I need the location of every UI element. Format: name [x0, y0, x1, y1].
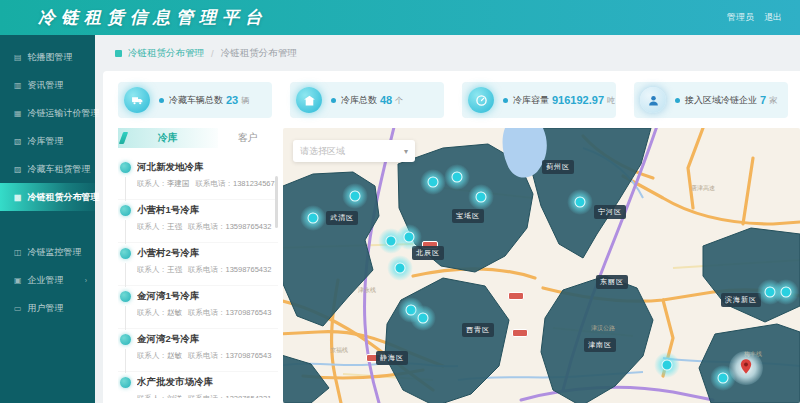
contact-value: 李建国 — [167, 179, 190, 188]
chevron-right-icon: › — [85, 277, 87, 284]
list-item-1[interactable]: 河北新发地冷库联系人：李建国联系电话：13812345678 — [118, 157, 278, 200]
stat-card-3[interactable]: 冷库容量916192.97吨 — [462, 82, 616, 118]
sidebar-item-5[interactable]: ▨冷藏车租赁管理 — [0, 155, 95, 183]
stat-dot-icon — [159, 98, 164, 103]
district-label: 北辰区 — [412, 246, 444, 260]
map-marker-3[interactable] — [420, 169, 446, 195]
sidebar-item-label: 企业管理 — [28, 274, 64, 287]
stat-card-4[interactable]: 接入区域冷链企业7家 — [634, 82, 788, 118]
logout-link[interactable]: 退出 — [764, 11, 782, 24]
sidebar-item-8[interactable]: ▣企业管理› — [0, 266, 95, 294]
list-item-5[interactable]: 金河湾2号冷库联系人：赵敏联系电话：13709876543 — [118, 329, 278, 372]
phone-label: 联系电话： — [188, 308, 226, 317]
list-scrollbar[interactable] — [275, 176, 278, 228]
timeline-connector — [125, 306, 126, 330]
warehouse-dot-icon — [120, 205, 131, 216]
selected-marker-pin[interactable] — [729, 351, 763, 385]
menu-icon: ▤ — [14, 53, 22, 62]
sidebar-item-label: 冷藏车租赁管理 — [28, 163, 91, 176]
tab-active-marker — [119, 132, 128, 144]
tab-1[interactable]: 冷库 — [118, 128, 218, 148]
sidebar-item-label: 冷链租赁分布管理 — [28, 191, 100, 204]
road-name-label: 唐津高速 — [691, 184, 715, 193]
tab-label: 冷库 — [158, 131, 178, 145]
map-marker-15[interactable] — [773, 279, 799, 305]
warehouse-dot-icon — [120, 248, 131, 259]
username-label: 管理员 — [727, 11, 754, 24]
district-label: 津南区 — [584, 338, 616, 352]
stat-dot-icon — [675, 98, 680, 103]
map-marker-1[interactable] — [300, 205, 326, 231]
stat-value: 7 — [760, 94, 766, 106]
list-item-title: 小营村2号冷库 — [137, 243, 278, 260]
menu-icon: ◫ — [14, 248, 22, 257]
phone-label: 联系电话： — [188, 222, 226, 231]
map-marker-11[interactable] — [410, 305, 436, 331]
menu-icon: ▭ — [14, 304, 22, 313]
timeline-connector — [125, 349, 126, 373]
tab-2[interactable]: 客户 — [218, 128, 278, 148]
map-marker-7[interactable] — [396, 224, 422, 250]
stat-unit: 吨 — [607, 95, 615, 106]
sidebar-item-label: 冷库管理 — [28, 135, 64, 148]
district-label: 滨海新区 — [721, 293, 761, 307]
district-label: 静海区 — [376, 351, 408, 365]
stat-unit: 家 — [769, 95, 777, 106]
stat-label: 冷库容量 — [513, 94, 549, 107]
map-marker-4[interactable] — [444, 164, 470, 190]
stat-card-1[interactable]: 冷藏车辆总数23辆 — [118, 82, 272, 118]
contact-value: 王强 — [167, 265, 182, 274]
sidebar-item-7[interactable]: ◫冷链监控管理 — [0, 238, 95, 266]
breadcrumb-root[interactable]: 冷链租赁分布管理 — [128, 47, 204, 60]
stat-card-2[interactable]: 冷库总数48个 — [290, 82, 444, 118]
stat-unit: 辆 — [241, 95, 249, 106]
map-marker-2[interactable] — [342, 183, 368, 209]
warehouse-dot-icon — [120, 291, 131, 302]
sidebar-item-3[interactable]: ▦冷链运输计价管理 — [0, 99, 95, 127]
map-marker-12[interactable] — [654, 352, 680, 378]
phone-value: 13287654321 — [226, 394, 272, 398]
list-item-2[interactable]: 小营村1号冷库联系人：王强联系电话：13598765432 — [118, 200, 278, 243]
road-name-label: 津永线 — [358, 286, 376, 295]
menu-icon: ▣ — [14, 276, 22, 285]
timeline-connector — [125, 177, 126, 201]
list-tabs: 冷库客户 — [118, 128, 278, 148]
sidebar-item-6[interactable]: ▩冷链租赁分布管理 — [0, 183, 95, 211]
map-marker-5[interactable] — [468, 184, 494, 210]
breadcrumb: 冷链租赁分布管理 / 冷链租赁分布管理 — [95, 35, 800, 71]
stat-value: 48 — [380, 94, 392, 106]
list-item-6[interactable]: 水产批发市场冷库联系人：刘洋联系电话：13287654321 — [118, 372, 278, 398]
sidebar-item-9[interactable]: ▭用户管理 — [0, 294, 95, 322]
stat-label: 冷库总数 — [341, 94, 377, 107]
sidebar-item-4[interactable]: ▧冷库管理 — [0, 127, 95, 155]
header: 冷链租赁信息管理平台 管理员 退出 — [0, 0, 800, 35]
list-item-3[interactable]: 小营村2号冷库联系人：王强联系电话：13598765432 — [118, 243, 278, 286]
phone-value: 13709876543 — [226, 351, 272, 360]
warehouse-dot-icon — [120, 162, 131, 173]
stat-value: 23 — [226, 94, 238, 106]
road-shield-icon — [512, 329, 528, 337]
map-marker-8[interactable] — [567, 189, 593, 215]
map-marker-9[interactable] — [387, 255, 413, 281]
contact-label: 联系人： — [137, 222, 167, 231]
map-view[interactable]: 京福线津永线唐津高速津汉公路梅丰线蓟州区宝坻区武清区宁河区北辰区东丽区西青区静海… — [283, 128, 800, 403]
sidebar-menu: ▤轮播图管理▥资讯管理▦冷链运输计价管理▧冷库管理▨冷藏车租赁管理▩冷链租赁分布… — [0, 43, 95, 322]
sidebar-item-1[interactable]: ▤轮播图管理 — [0, 43, 95, 71]
district-label: 宁河区 — [594, 205, 626, 219]
sidebar-item-label: 冷链监控管理 — [28, 246, 82, 259]
region-select-placeholder: 请选择区域 — [300, 145, 404, 158]
chevron-down-icon: ▾ — [404, 147, 408, 156]
phone-label: 联系电话： — [188, 394, 226, 398]
sidebar-item-2[interactable]: ▥资讯管理 — [0, 71, 95, 99]
main-area: 冷链租赁分布管理 / 冷链租赁分布管理 冷藏车辆总数23辆冷库总数48个冷库容量… — [95, 35, 800, 403]
content-panel: 冷藏车辆总数23辆冷库总数48个冷库容量916192.97吨接入区域冷链企业7家… — [103, 71, 800, 403]
contact-label: 联系人： — [137, 308, 167, 317]
list-item-4[interactable]: 金河湾1号冷库联系人：赵敏联系电话：13709876543 — [118, 286, 278, 329]
warehouse-list: 河北新发地冷库联系人：李建国联系电话：13812345678小营村1号冷库联系人… — [118, 157, 278, 398]
road-name-label: 京福线 — [330, 346, 348, 355]
stat-label: 冷藏车辆总数 — [169, 94, 223, 107]
page-title: 冷链租赁信息管理平台 — [38, 6, 268, 29]
stat-dot-icon — [503, 98, 508, 103]
region-select[interactable]: 请选择区域 ▾ — [293, 140, 415, 162]
road-name-label: 津汉公路 — [591, 324, 615, 333]
